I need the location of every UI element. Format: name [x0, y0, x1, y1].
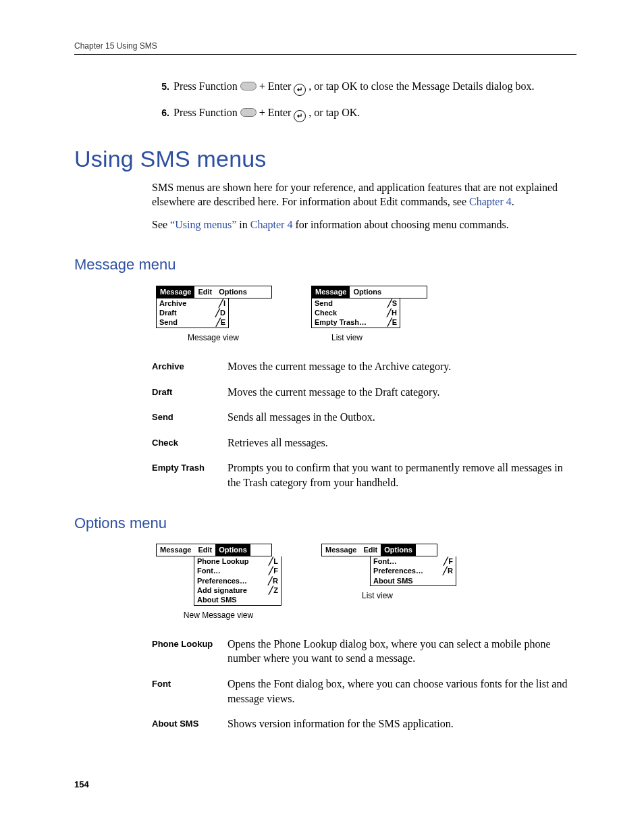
menubar-item: Message [312, 286, 350, 298]
shortcut: ╱H [387, 308, 397, 317]
step-number: 6. [152, 105, 173, 120]
menubar-item: Edit [194, 544, 215, 556]
text: for information about choosing menu comm… [292, 219, 508, 230]
shortcut-key: E [221, 318, 225, 326]
link-chapter-4[interactable]: Chapter 4 [250, 219, 293, 230]
menu-item: Empty Trash…╱E [312, 317, 400, 327]
menubar-item: Options [350, 286, 385, 298]
menu-label: Archive [159, 298, 186, 308]
menu-label: Preferences… [197, 576, 247, 585]
definition-row: Send Sends all messages in the Outbox. [152, 410, 576, 425]
shortcut-key: H [392, 309, 397, 317]
options-menu-definitions: Phone Lookup Opens the Phone Lookup dial… [152, 637, 576, 731]
text: , or tap OK. [308, 107, 360, 118]
intro-paragraph-1: SMS menus are shown here for your refere… [152, 180, 576, 209]
menu-item: About SMS [194, 595, 281, 604]
shortcut: ╱F [444, 556, 453, 566]
intro-paragraph-2: See “Using menus” in Chapter 4 for infor… [152, 217, 576, 232]
shortcut-key: S [392, 299, 397, 307]
menu-item: Add signature╱Z [194, 585, 281, 595]
definition-row: Phone Lookup Opens the Phone Lookup dial… [152, 637, 576, 666]
menu-item: Archive╱I [157, 298, 228, 308]
screenshot-row: Message Edit Options Archive╱I Draft╱D S… [156, 286, 576, 343]
message-menu-definitions: Archive Moves the current message to the… [152, 359, 576, 490]
palm-dropdown: Phone Lookup╱L Font…╱F Preferences…╱R Ad… [194, 556, 281, 605]
definition-description: Moves the current message to the Archive… [227, 359, 576, 374]
menu-item: Phone Lookup╱L [194, 556, 281, 566]
definition-description: Moves the current message to the Draft c… [227, 385, 576, 400]
definition-row: Empty Trash Prompts you to confirm that … [152, 461, 576, 490]
definition-description: Opens the Font dialog box, where you can… [227, 677, 576, 706]
menu-item: Draft╱D [157, 308, 228, 317]
enter-key-icon: ↵ [294, 84, 306, 96]
palm-menubar: Message Edit Options [156, 544, 272, 556]
menubar-item: Message [157, 286, 194, 298]
definition-row: Archive Moves the current message to the… [152, 359, 576, 374]
text: . [512, 196, 514, 207]
menubar-item: Options [215, 286, 250, 298]
shortcut: ╱R [268, 576, 278, 585]
screenshot-caption: New Message view [156, 610, 281, 621]
screenshot-caption: List view [362, 590, 456, 601]
shortcut-key: R [273, 577, 278, 585]
definition-term: Send [152, 410, 227, 423]
subheading-options-menu: Options menu [74, 513, 576, 533]
text: Press Function [173, 107, 240, 118]
menu-label: Send [159, 317, 178, 327]
palm-dropdown: Archive╱I Draft╱D Send╱E [156, 298, 229, 328]
palm-dropdown: Send╱S Check╱H Empty Trash…╱E [311, 298, 400, 328]
menubar-item: Message [322, 544, 360, 556]
shortcut: ╱R [443, 566, 453, 575]
menu-label: Phone Lookup [197, 556, 248, 566]
menu-item: Preferences…╱R [194, 576, 281, 585]
menu-label: Font… [373, 556, 397, 566]
shortcut: ╱Z [269, 585, 278, 595]
shortcut-key: Z [273, 586, 278, 594]
subheading-message-menu: Message menu [74, 255, 576, 275]
menubar-item: Options [381, 544, 416, 556]
menubar-item: Edit [360, 544, 381, 556]
menubar-item: Message [157, 544, 194, 556]
definition-description: Shows version information for the SMS ap… [227, 716, 576, 731]
text: + Enter [259, 80, 294, 92]
shortcut: ╱E [216, 317, 225, 327]
menu-item: About SMS [371, 576, 456, 585]
definition-description: Sends all messages in the Outbox. [227, 410, 576, 425]
menu-label: About SMS [197, 595, 237, 604]
text: See [152, 219, 170, 230]
shortcut: ╱I [219, 298, 225, 308]
menu-item: Send╱S [312, 298, 400, 308]
shortcut-key: F [448, 557, 453, 565]
text: Press Function [173, 80, 240, 92]
definition-row: About SMS Shows version information for … [152, 716, 576, 731]
shortcut-key: E [392, 318, 397, 326]
menubar-item: Edit [194, 286, 215, 298]
link-chapter-4[interactable]: Chapter 4 [469, 196, 512, 207]
palm-menubar: Message Edit Options [156, 286, 272, 298]
menu-item: Check╱H [312, 308, 400, 317]
page-number: 154 [74, 779, 576, 791]
definition-row: Font Opens the Font dialog box, where yo… [152, 677, 576, 706]
screenshot-caption: Message view [156, 332, 271, 343]
definition-row: Draft Moves the current message to the D… [152, 385, 576, 400]
definition-term: Draft [152, 385, 227, 398]
definition-description: Retrieves all messages. [227, 436, 576, 450]
menu-label: Check [315, 308, 337, 317]
running-header: Chapter 15 Using SMS [74, 41, 576, 55]
step-5: 5. Press Function + Enter ↵ , or tap OK … [152, 79, 576, 96]
shortcut-key: L [273, 557, 278, 565]
definition-term: Phone Lookup [152, 637, 227, 650]
link-using-menus[interactable]: “Using menus” [170, 219, 236, 230]
screenshot-message-view: Message Edit Options Archive╱I Draft╱D S… [156, 286, 271, 343]
screenshot-list-view: Message Options Send╱S Check╱H Empty Tra… [311, 286, 426, 343]
definition-row: Check Retrieves all messages. [152, 436, 576, 450]
menubar-item: Options [215, 544, 250, 556]
definition-term: Archive [152, 359, 227, 373]
section-heading: Using SMS menus [74, 144, 576, 175]
screenshot-list-view: Message Edit Options Font…╱F Preferences… [321, 544, 456, 621]
shortcut-key: D [220, 309, 225, 317]
definition-description: Opens the Phone Lookup dialog box, where… [227, 637, 576, 666]
shortcut-key: F [273, 567, 278, 575]
step-6: 6. Press Function + Enter ↵ , or tap OK. [152, 105, 576, 122]
menu-item: Font…╱F [194, 566, 281, 575]
